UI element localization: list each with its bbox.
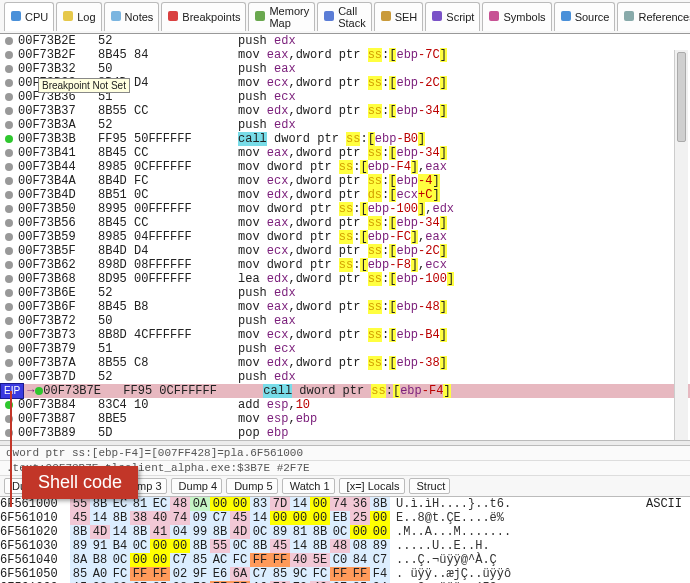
hex-row[interactable]: 6F56105085A0FCFFFF029FE66AC7859CFCFFFFF4…: [0, 567, 690, 581]
breakpoint-gutter[interactable]: [0, 79, 18, 87]
hex-byte: 8B: [130, 525, 150, 539]
breakpoint-gutter[interactable]: [0, 149, 18, 157]
instruction: mov edx,dword ptr ss:[ebp-34]: [238, 104, 447, 118]
hex-byte: EC: [110, 497, 130, 511]
hex-row[interactable]: 6F5610208B4D148B4104998B4D0C89818B0C0000…: [0, 525, 690, 539]
breakpoint-gutter[interactable]: [0, 219, 18, 227]
tab-cpu[interactable]: CPU: [4, 2, 54, 31]
disasm-row[interactable]: 00F73B7A8B55 C8mov edx,dword ptr ss:[ebp…: [0, 356, 690, 370]
breakpoint-gutter[interactable]: [0, 163, 18, 171]
breakpoint-gutter[interactable]: [0, 247, 18, 255]
dump-tab-4[interactable]: Dump 5: [226, 478, 278, 494]
disasm-row[interactable]: 00F73B4A8B4D FCmov ecx,dword ptr ss:[ebp…: [0, 174, 690, 188]
breakpoint-gutter[interactable]: [0, 331, 18, 339]
breakpoint-gutter[interactable]: [0, 205, 18, 213]
address: 00F73B5F: [18, 244, 98, 258]
breakpoint-gutter[interactable]: [0, 51, 18, 59]
breakpoint-gutter[interactable]: [0, 373, 18, 381]
breakpoint-gutter[interactable]: [0, 37, 18, 45]
tab-label: Breakpoints: [182, 11, 240, 23]
disasm-row[interactable]: 00F73B598985 04FFFFFFmov dword ptr ss:[e…: [0, 230, 690, 244]
hex-byte: 74: [170, 511, 190, 525]
disasm-row[interactable]: 00F73B62898D 08FFFFFFmov dword ptr ss:[e…: [0, 258, 690, 272]
disasm-row[interactable]: 00F73B448985 0CFFFFFFmov dword ptr ss:[e…: [0, 160, 690, 174]
dump-tab-label: Dump 5: [234, 480, 273, 492]
instruction: mov dword ptr ss:[ebp-F8],ecx: [238, 258, 447, 272]
disasm-row[interactable]: 00F73B895Dpop ebp: [0, 426, 690, 440]
breakpoint-gutter[interactable]: [0, 429, 18, 437]
opcode-bytes: 8B4D D4: [98, 244, 238, 258]
hex-byte: 55: [210, 539, 230, 553]
breakpoint-gutter[interactable]: [0, 65, 18, 73]
address: 00F73B7A: [18, 356, 98, 370]
breakpoint-gutter[interactable]: [0, 345, 18, 353]
breakpoint-gutter[interactable]: [0, 289, 18, 297]
disasm-row[interactable]: 00F73B6E52push edx: [0, 286, 690, 300]
breakpoint-bullet: [5, 289, 13, 297]
disasm-row[interactable]: 00F73B7951push ecx: [0, 342, 690, 356]
breakpoint-gutter[interactable]: [0, 233, 18, 241]
disasm-row[interactable]: 00F73B3BFF95 50FFFFFFcall dword ptr ss:[…: [0, 132, 690, 146]
disasm-row[interactable]: 00F73B878BE5mov esp,ebp: [0, 412, 690, 426]
tab-source[interactable]: Source: [554, 2, 616, 31]
hex-row[interactable]: 6F561000558BEC81EC480A0000837D140074368B…: [0, 497, 690, 511]
tab-script[interactable]: Script: [425, 2, 480, 31]
breakpoint-gutter[interactable]: [0, 107, 18, 115]
tab-call-stack[interactable]: Call Stack: [317, 2, 372, 31]
tab-notes[interactable]: Notes: [104, 2, 160, 31]
opcode-bytes: 51: [98, 342, 238, 356]
disasm-row[interactable]: 00F73B8483C4 10add esp,10: [0, 398, 690, 412]
tab-symbols[interactable]: Symbols: [482, 2, 551, 31]
dump-tab-5[interactable]: Watch 1: [282, 478, 335, 494]
disasm-row[interactable]: 00F73B688D95 00FFFFFFlea edx,dword ptr s…: [0, 272, 690, 286]
disasm-row[interactable]: 00F73B2E52push edx: [0, 34, 690, 48]
breakpoint-gutter[interactable]: [0, 121, 18, 129]
breakpoint-gutter[interactable]: [0, 401, 18, 409]
tab-breakpoints[interactable]: Breakpoints: [161, 2, 246, 31]
ref-icon: [623, 10, 635, 24]
disasm-row[interactable]: 00F73B568B45 CCmov eax,dword ptr ss:[ebp…: [0, 216, 690, 230]
tab-seh[interactable]: SEH: [374, 2, 424, 31]
hex-ascii: .....U..E..H.: [390, 539, 490, 553]
breakpoint-gutter[interactable]: [0, 303, 18, 311]
breakpoint-gutter[interactable]: [0, 191, 18, 199]
hex-byte: F4: [370, 567, 390, 581]
disasm-row[interactable]: 00F73B418B45 CCmov eax,dword ptr ss:[ebp…: [0, 146, 690, 160]
disasm-row[interactable]: 00F73B4D8B51 0Cmov edx,dword ptr ds:[ecx…: [0, 188, 690, 202]
breakpoint-gutter[interactable]: [0, 261, 18, 269]
breakpoint-gutter[interactable]: [0, 317, 18, 325]
hex-byte: C7: [250, 567, 270, 581]
disasm-row[interactable]: EIP→00F73B7EFF95 0CFFFFFFcall dword ptr …: [0, 384, 690, 398]
dump-tab-7[interactable]: Struct: [409, 478, 451, 494]
instruction: call dword ptr ss:[ebp-F4]: [263, 384, 450, 398]
breakpoint-gutter[interactable]: [0, 93, 18, 101]
hex-row[interactable]: 6F56101045148B38407409C74514000000EB2500…: [0, 511, 690, 525]
breakpoint-gutter[interactable]: [0, 359, 18, 367]
disasm-row[interactable]: 00F73B3A52push edx: [0, 118, 690, 132]
disasm-row[interactable]: 00F73B378B55 CCmov edx,dword ptr ss:[ebp…: [0, 104, 690, 118]
breakpoint-gutter[interactable]: [0, 415, 18, 423]
tab-references[interactable]: References: [617, 2, 690, 31]
breakpoint-gutter[interactable]: [0, 177, 18, 185]
disasm-row[interactable]: 00F73B3250push eax: [0, 62, 690, 76]
breakpoint-gutter[interactable]: [0, 275, 18, 283]
disasm-row[interactable]: 00F73B5F8B4D D4mov ecx,dword ptr ss:[ebp…: [0, 244, 690, 258]
hex-byte: 8B: [370, 497, 390, 511]
disasm-row[interactable]: 00F73B7D52push edx: [0, 370, 690, 384]
breakpoint-gutter[interactable]: [0, 135, 18, 143]
hex-row[interactable]: 6F5610308991B40C00008B550C8B45148B480889…: [0, 539, 690, 553]
scrollbar[interactable]: [674, 50, 688, 440]
scrollbar-thumb[interactable]: [677, 52, 686, 142]
hex-row[interactable]: 6F5610408AB80C0000C785ACFCFFFF405EC084C7…: [0, 553, 690, 567]
disasm-row[interactable]: 00F73B508995 00FFFFFFmov dword ptr ss:[e…: [0, 202, 690, 216]
disasm-row[interactable]: 00F73B738B8D 4CFFFFFFmov ecx,dword ptr s…: [0, 328, 690, 342]
tab-log[interactable]: Log: [56, 2, 101, 31]
hex-byte: 14: [250, 511, 270, 525]
disasm-row[interactable]: 00F73B7250push eax: [0, 314, 690, 328]
hex-byte: 8B: [110, 511, 130, 525]
disasm-row[interactable]: 00F73B2F8B45 84mov eax,dword ptr ss:[ebp…: [0, 48, 690, 62]
tab-memory-map[interactable]: Memory Map: [248, 2, 315, 31]
dump-tab-3[interactable]: Dump 4: [171, 478, 223, 494]
dump-tab-6[interactable]: [x=] Locals: [339, 478, 405, 494]
disasm-row[interactable]: 00F73B6F8B45 B8mov eax,dword ptr ss:[ebp…: [0, 300, 690, 314]
